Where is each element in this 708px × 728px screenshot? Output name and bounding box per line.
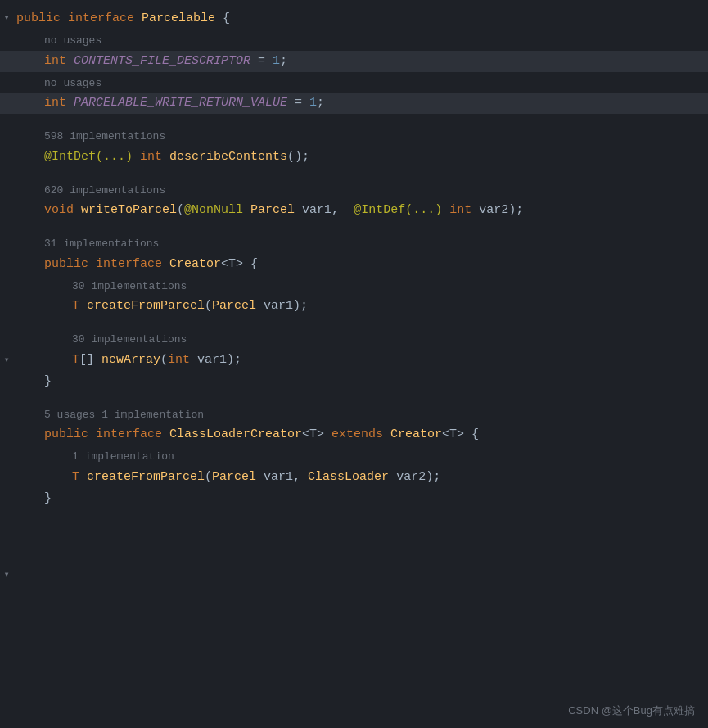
token-T-1: T [72, 296, 87, 316]
empty-line-2 [0, 168, 708, 179]
token-eq-2: = [287, 93, 309, 113]
empty-line-5 [0, 392, 708, 404]
code-line-5: void writeToParcel(@NonNull Parcel var1,… [0, 200, 708, 221]
token-method-1: describeContents [169, 147, 287, 167]
fold-icon-1[interactable]: ▾ [0, 11, 13, 24]
token-paren-3: ( [160, 350, 168, 370]
code-line-12: } [0, 488, 708, 509]
token-extends-1: extends [331, 425, 390, 445]
hint-no-usages-2: no usages [0, 72, 708, 93]
token-num-1: 1 [273, 52, 280, 71]
token-var2-2: var2 [396, 468, 426, 487]
hint-1-impl: 1 implementation [0, 445, 708, 467]
token-num-2: 1 [309, 93, 317, 113]
token-comma-2: , [293, 468, 308, 487]
fold-icon-2[interactable]: ▾ [0, 354, 13, 366]
token-paren-close-1: ); [508, 201, 523, 220]
token-parcel-2: Parcel [212, 296, 264, 316]
token-semi-5: ); [426, 468, 440, 487]
token-T-2: T [72, 350, 79, 370]
hint-31-impl: 31 implementations [0, 233, 708, 254]
token-int-4: int [449, 201, 479, 220]
token-classname-3: ClassLoaderCreator [169, 425, 302, 445]
token-annot-3: @IntDef(...) [354, 201, 449, 220]
token-public-1: public [16, 9, 68, 29]
token-int-5: int [168, 350, 197, 370]
token-int-3: int [140, 147, 169, 167]
code-line-4: @IntDef(...) int describeContents(); [0, 147, 708, 168]
token-eq-1: = [250, 52, 273, 71]
token-close-brace-1: } [44, 372, 52, 391]
hint-620-impl: 620 implementations [0, 179, 708, 201]
token-T-3: T [72, 468, 87, 487]
token-const-2: PARCELABLE_WRITE_RETURN_VALUE [74, 93, 287, 113]
token-semi-1: ; [280, 52, 287, 71]
token-brace-1: { [215, 9, 230, 29]
code-editor: ▾ ▾ ▾ public interface Parcelable { no u… [0, 0, 708, 728]
hint-5-usages: 5 usages 1 implementation [0, 404, 708, 425]
empty-line-1 [0, 114, 708, 125]
token-parcel-1: Parcel [250, 201, 302, 220]
token-parens-1: (); [287, 147, 309, 167]
token-method-2: writeToParcel [81, 201, 177, 220]
token-int-1: int [44, 52, 74, 71]
hint-30-impl-1: 30 implementations [0, 275, 708, 296]
empty-line-3 [0, 221, 708, 233]
code-line-11: T createFromParcel(Parcel var1, ClassLoa… [0, 467, 708, 488]
empty-line-4 [0, 317, 708, 328]
token-void-1: void [44, 201, 81, 220]
token-var2-1: var2 [479, 201, 508, 220]
token-comma-1: , [331, 201, 354, 220]
token-public-3: public [44, 425, 96, 445]
token-paren-open-1: ( [177, 201, 184, 220]
code-line-2: int CONTENTS_FILE_DESCRIPTOR = 1; [0, 51, 708, 72]
token-close-brace-2: } [44, 489, 52, 509]
token-semi-3: ); [293, 296, 308, 316]
token-classloader-1: ClassLoader [308, 468, 396, 487]
token-semi-4: ); [227, 350, 241, 370]
code-line-6: public interface Creator<T> { [0, 254, 708, 275]
code-line-9: } [0, 371, 708, 392]
code-line-10: public interface ClassLoaderCreator<T> e… [0, 424, 708, 445]
token-parcel-3: Parcel [212, 468, 264, 487]
token-classname-2: Creator [169, 255, 221, 274]
token-var1-1: var1 [302, 201, 331, 220]
token-interface-2: interface [96, 255, 169, 274]
token-annot-2: @NonNull [184, 201, 250, 220]
token-classname-1: Parcelable [142, 9, 215, 29]
token-method-3: createFromParcel [87, 296, 205, 316]
token-interface-1: interface [68, 9, 142, 29]
fold-icon-3[interactable]: ▾ [0, 568, 13, 581]
token-annot-1: @IntDef(...) [44, 147, 140, 167]
token-var1-3: var1 [197, 350, 227, 370]
code-line-1: public interface Parcelable { [0, 8, 708, 29]
code-line-7: T createFromParcel(Parcel var1); [0, 296, 708, 317]
token-array-1: [] [79, 350, 101, 370]
token-const-1: CONTENTS_FILE_DESCRIPTOR [74, 52, 250, 71]
watermark: CSDN @这个Bug有点难搞 [568, 703, 695, 718]
token-method-5: createFromParcel [87, 468, 205, 487]
token-public-2: public [44, 255, 96, 274]
token-classname-4: Creator [390, 425, 442, 445]
token-int-2: int [44, 93, 74, 113]
token-typeparam-1: <T> { [221, 255, 258, 274]
hint-598-impl: 598 implementations [0, 125, 708, 147]
token-method-4: newArray [101, 350, 160, 370]
code-line-3: int PARCELABLE_WRITE_RETURN_VALUE = 1; [0, 93, 708, 114]
token-paren-4: ( [205, 468, 212, 487]
token-semi-2: ; [317, 93, 324, 113]
token-var1-4: var1 [264, 468, 293, 487]
hint-no-usages-1: no usages [0, 29, 708, 51]
hint-30-impl-2: 30 implementations [0, 328, 708, 350]
token-typeparam-2: <T> [302, 425, 331, 445]
code-line-8: T[] newArray(int var1); [0, 350, 708, 371]
token-paren-2: ( [205, 296, 212, 316]
token-var1-2: var1 [264, 296, 293, 316]
token-typeparam-3: <T> { [442, 425, 479, 445]
token-interface-3: interface [96, 425, 169, 445]
